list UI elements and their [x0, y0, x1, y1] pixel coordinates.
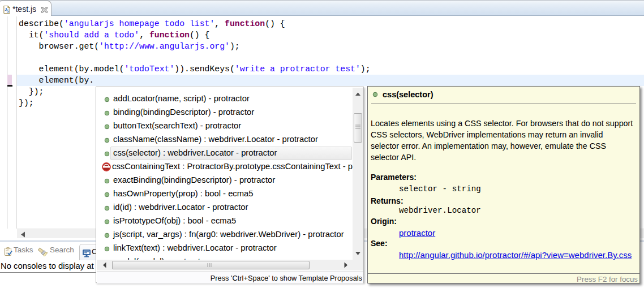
svg-text:S: S [7, 9, 10, 13]
